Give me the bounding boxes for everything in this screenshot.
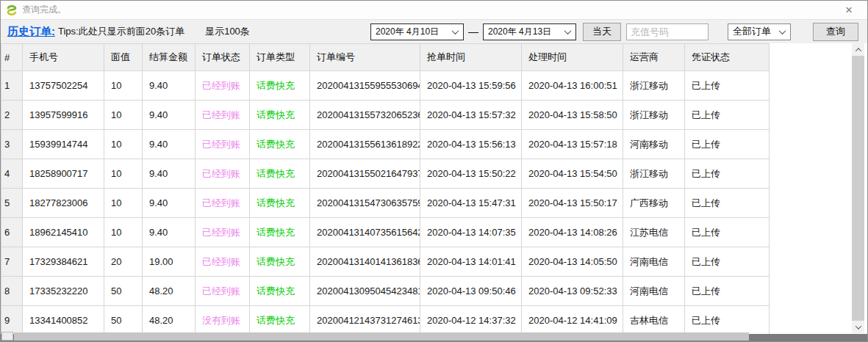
cell-type: 话费快充 xyxy=(250,159,310,189)
order-filter-select[interactable]: 全部订单 xyxy=(728,23,791,40)
date-from-picker[interactable]: 2020年 4月10日 xyxy=(370,23,464,40)
col-header-face-value: 面值 xyxy=(104,44,143,71)
cell-phone: 13957599916 xyxy=(23,101,104,130)
cell-status: 已经到账 xyxy=(196,218,250,247)
cell-index: 9 xyxy=(1,306,23,335)
cell-index: 6 xyxy=(1,218,23,247)
horizontal-scrollbar[interactable] xyxy=(1,334,867,341)
cell-grab-time: 2020-04-13 14:07:35 xyxy=(420,218,522,247)
cell-voucher: 已上传 xyxy=(685,218,770,247)
cell-amount: 9.40 xyxy=(143,218,196,247)
scroll-up-button[interactable] xyxy=(852,43,864,56)
cell-grab-time: 2020-04-13 15:47:31 xyxy=(420,189,522,218)
cell-type: 话费快充 xyxy=(250,218,310,247)
cell-amount: 48.20 xyxy=(143,277,196,306)
cell-grab-time: 2020-04-13 15:57:32 xyxy=(420,101,522,130)
table-row[interactable]: 9 13341400852 50 48.20 没有到账 话费快充 2020041… xyxy=(1,306,770,335)
cell-grab-time: 2020-04-13 15:56:13 xyxy=(420,130,522,159)
date-from-value: 2020年 4月10日 xyxy=(376,26,453,38)
cell-type: 话费快充 xyxy=(250,247,310,277)
cell-process-time: 2020-04-13 15:54:50 xyxy=(522,159,623,189)
toolbar-controls: 2020年 4月10日 — 2020年 4月13日 当天 全部订单 查询 xyxy=(370,23,861,41)
cell-voucher: 已上传 xyxy=(685,159,770,189)
table-row[interactable]: 2 13957599916 10 9.40 已经到账 话费快充 20200413… xyxy=(1,101,770,130)
table-row[interactable]: 8 17335232220 50 48.20 已经到账 话费快充 2020041… xyxy=(1,277,770,306)
date-range-separator: — xyxy=(468,26,478,37)
cell-index: 7 xyxy=(1,247,23,277)
col-header-amount: 结算金额 xyxy=(143,44,196,71)
today-button[interactable]: 当天 xyxy=(583,23,621,41)
table-row[interactable]: 5 18277823006 10 9.40 已经到账 话费快充 20200413… xyxy=(1,189,770,218)
horizontal-scroll-thumb[interactable] xyxy=(14,332,749,341)
table-row[interactable]: 6 18962145410 10 9.40 已经到账 话费快充 20200413… xyxy=(1,218,770,247)
cell-amount: 48.20 xyxy=(143,306,196,335)
close-icon[interactable]: × xyxy=(841,2,857,17)
orders-table: # 手机号 面值 结算金额 订单状态 订单类型 订单编号 抢单时间 处理时间 运… xyxy=(1,43,770,335)
vertical-scroll-thumb[interactable] xyxy=(852,56,864,144)
col-header-index: # xyxy=(1,44,23,71)
cell-carrier: 吉林电信 xyxy=(623,306,685,335)
cell-order-no: 20200413140141361836 xyxy=(310,247,420,277)
tips-text: Tips:此处只显示前面20条订单 xyxy=(58,25,184,38)
cell-face-value: 10 xyxy=(104,189,143,218)
cell-process-time: 2020-04-13 15:50:17 xyxy=(522,189,623,218)
cell-phone: 18258900717 xyxy=(23,159,104,189)
cell-order-no: 20200413155732065236 xyxy=(310,101,420,130)
arrow-up-icon xyxy=(855,48,861,54)
cell-process-time: 2020-04-13 14:08:26 xyxy=(522,218,623,247)
cell-order-no: 20200413140735615642 xyxy=(310,218,420,247)
query-button[interactable]: 查询 xyxy=(813,23,858,41)
cell-status: 已经到账 xyxy=(196,101,250,130)
order-filter-value: 全部订单 xyxy=(733,25,780,38)
cell-index: 3 xyxy=(1,130,23,159)
recharge-number-input[interactable] xyxy=(626,23,709,40)
cell-status: 已经到账 xyxy=(196,189,250,218)
cell-type: 话费快充 xyxy=(250,101,310,130)
cell-voucher: 已上传 xyxy=(685,130,770,159)
chevron-down-icon xyxy=(564,27,572,34)
cell-type: 话费快充 xyxy=(250,71,310,101)
cell-grab-time: 2020-04-13 15:59:56 xyxy=(420,71,522,101)
cell-index: 2 xyxy=(1,101,23,130)
cell-order-no: 20200413155613618922 xyxy=(310,130,420,159)
scroll-left-button[interactable] xyxy=(1,332,13,341)
history-orders-window: 查询完成。 × 历史订单: Tips:此处只显示前面20条订单 显示100条 2… xyxy=(0,0,868,342)
cell-index: 5 xyxy=(1,189,23,218)
cell-carrier: 浙江移动 xyxy=(623,101,685,130)
cell-order-no: 20200413154730635759 xyxy=(310,189,420,218)
cell-carrier: 浙江移动 xyxy=(623,159,685,189)
table-row[interactable]: 7 17329384621 20 19.00 已经到账 话费快充 2020041… xyxy=(1,247,770,277)
table-row[interactable]: 1 13757502254 10 9.40 已经到账 话费快充 20200413… xyxy=(1,71,770,101)
cell-voucher: 已上传 xyxy=(685,101,770,130)
cell-status: 没有到账 xyxy=(196,306,250,335)
history-orders-link[interactable]: 历史订单: xyxy=(7,25,55,39)
titlebar: 查询完成。 × xyxy=(1,1,867,19)
cell-carrier: 河南电信 xyxy=(623,247,685,277)
cell-face-value: 10 xyxy=(104,101,143,130)
cell-phone: 17335232220 xyxy=(23,277,104,306)
display-count-text: 显示100条 xyxy=(205,25,250,38)
chevron-down-icon xyxy=(779,27,786,34)
cell-process-time: 2020-04-13 15:58:50 xyxy=(522,101,623,130)
cell-phone: 15939914744 xyxy=(23,130,104,159)
cell-voucher: 已上传 xyxy=(685,247,770,277)
table-header-row: # 手机号 面值 结算金额 订单状态 订单类型 订单编号 抢单时间 处理时间 运… xyxy=(1,44,770,71)
app-icon xyxy=(6,4,18,16)
cell-carrier: 江苏电信 xyxy=(623,218,685,247)
window-title: 查询完成。 xyxy=(22,4,66,16)
scroll-down-button[interactable] xyxy=(852,321,864,333)
table-row[interactable]: 4 18258900717 10 9.40 已经到账 话费快充 20200413… xyxy=(1,159,770,189)
cell-order-no: 20200412143731274613 xyxy=(310,306,420,335)
cell-amount: 19.00 xyxy=(143,247,196,277)
cell-face-value: 10 xyxy=(104,218,143,247)
cell-amount: 9.40 xyxy=(143,71,196,101)
cell-amount: 9.40 xyxy=(143,159,196,189)
cell-index: 4 xyxy=(1,159,23,189)
cell-amount: 9.40 xyxy=(143,101,196,130)
cell-carrier: 河南电信 xyxy=(623,277,685,306)
vertical-scrollbar[interactable] xyxy=(852,43,864,333)
table-row[interactable]: 3 15939914744 10 9.40 已经到账 话费快充 20200413… xyxy=(1,130,770,159)
cell-process-time: 2020-04-13 15:57:18 xyxy=(522,130,623,159)
cell-status: 已经到账 xyxy=(196,277,250,306)
date-to-picker[interactable]: 2020年 4月13日 xyxy=(483,23,576,40)
